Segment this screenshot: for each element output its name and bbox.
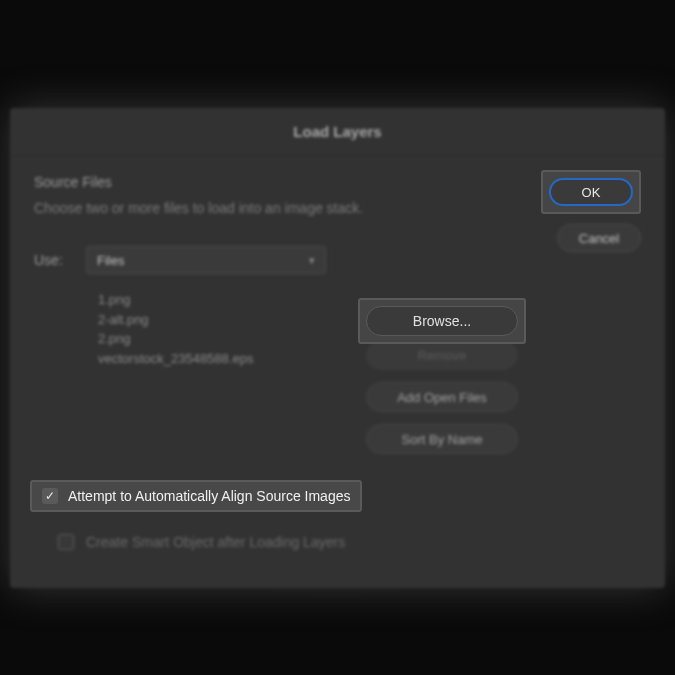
- file-list[interactable]: 1.png 2-alt.png 2.png vectorstock_235485…: [86, 282, 326, 376]
- align-checkbox-label: Attempt to Automatically Align Source Im…: [68, 488, 350, 504]
- file-list-item[interactable]: 2-alt.png: [98, 310, 314, 330]
- align-checkbox[interactable]: ✓: [42, 488, 58, 504]
- file-list-item[interactable]: 1.png: [98, 290, 314, 310]
- sort-by-name-button[interactable]: Sort By Name: [366, 424, 518, 454]
- use-label: Use:: [34, 252, 72, 268]
- add-open-files-button[interactable]: Add Open Files: [366, 382, 518, 412]
- use-select[interactable]: Files: [86, 246, 326, 274]
- file-list-item[interactable]: 2.png: [98, 329, 314, 349]
- dialog-title: Load Layers: [10, 108, 665, 156]
- smart-object-checkbox[interactable]: [58, 534, 74, 550]
- browse-button[interactable]: Browse...: [366, 306, 518, 336]
- use-select-value: Files: [97, 253, 124, 268]
- file-list-item[interactable]: vectorstock_23548588.eps: [98, 349, 314, 369]
- ok-button[interactable]: OK: [549, 178, 633, 206]
- remove-button: Remove: [366, 340, 518, 370]
- smart-object-label: Create Smart Object after Loading Layers: [86, 534, 345, 550]
- browse-button-highlight: Browse...: [358, 298, 526, 344]
- ok-button-highlight: OK: [541, 170, 641, 214]
- cancel-button[interactable]: Cancel: [557, 224, 641, 252]
- align-checkbox-highlight: ✓ Attempt to Automatically Align Source …: [30, 480, 362, 512]
